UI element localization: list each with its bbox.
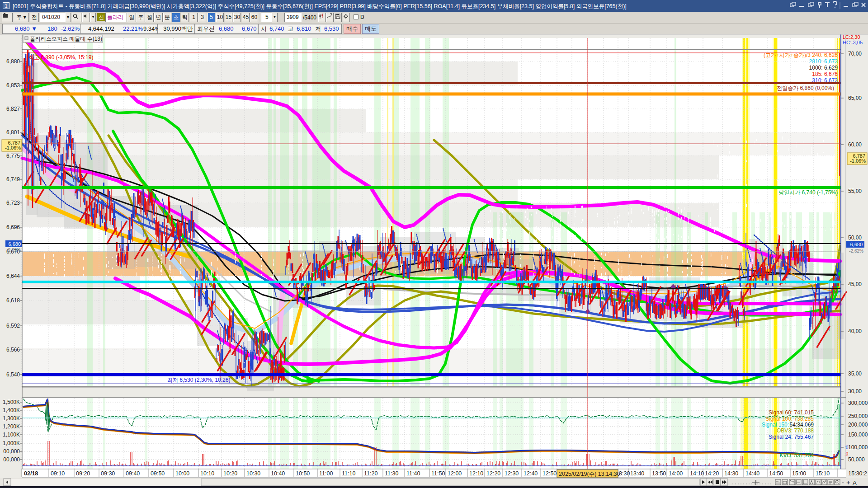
svg-text:6,680: 6,680 [850,242,863,247]
svg-text:-2,62%: -2,62% [849,249,863,253]
svg-text:185: 6,676: 185: 6,676 [812,71,838,77]
svg-text:11:10: 11:10 [342,470,355,477]
svg-text:50,00: 50,00 [848,235,862,241]
svg-text:1,200K: 1,200K [3,423,20,430]
svg-text:14:10: 14:10 [690,470,704,477]
svg-text:150,000: 150,000 [848,432,868,438]
svg-text:최고 6,890 (-3,05%, 15:19): 최고 6,890 (-3,05%, 15:19) [28,54,93,61]
svg-text:6,801: 6,801 [6,129,20,136]
svg-text:02/18: 02/18 [24,470,38,477]
svg-text:10:00: 10:00 [175,470,189,477]
svg-text:-1,06%: -1,06% [5,145,21,150]
svg-text:10:50: 10:50 [296,470,310,477]
svg-text:11:30: 11:30 [385,470,398,477]
svg-text:30,00: 30,00 [848,388,862,394]
svg-text:+: + [846,479,850,486]
svg-text:50,000: 50,000 [848,456,865,463]
svg-text:3:30: 3:30 [619,470,630,477]
svg-text:6,723: 6,723 [6,200,20,206]
svg-text:310: 6,673: 310: 6,673 [812,77,838,84]
svg-text:10:40: 10:40 [271,470,285,477]
svg-text:Signal 100: 738,285: Signal 100: 738,285 [765,416,814,422]
svg-text:12:00: 12:00 [448,470,462,477]
svg-text:LC:2,30: LC:2,30 [843,34,860,40]
svg-text:6,592: 6,592 [6,323,20,329]
svg-text:13:40: 13:40 [630,470,644,477]
svg-text:12:40: 12:40 [524,470,538,477]
svg-text:-: - [842,479,844,486]
svg-text:Signal 60: 741,015: Signal 60: 741,015 [769,409,814,416]
svg-text:40,00: 40,00 [848,328,862,334]
svg-text:12:30: 12:30 [505,470,519,477]
svg-text:00,000: 00,000 [3,456,20,463]
svg-text:14:50: 14:50 [769,470,783,477]
svg-text:15:00: 15:00 [792,470,806,477]
svg-text:OBV3: 770,188: OBV3: 770,188 [777,427,814,434]
svg-text:09:10: 09:10 [51,470,65,477]
svg-text:당일시가 6,740 (-1,75%): 당일시가 6,740 (-1,75%) [778,189,838,196]
svg-text:65,00: 65,00 [848,95,862,101]
svg-text:10:30: 10:30 [246,470,260,477]
svg-text:54:34,069: 54:34,069 [790,422,814,428]
svg-text:1,100K: 1,100K [3,432,20,438]
svg-text:A: A [853,479,857,486]
svg-text:6,644: 6,644 [6,273,20,279]
svg-text:2025/02/19(수) 13:14:30: 2025/02/19(수) 13:14:30 [559,471,620,477]
svg-text:13:50: 13:50 [652,470,666,477]
svg-text:6,749: 6,749 [6,176,20,183]
svg-text:6,566: 6,566 [6,347,20,353]
svg-text:10:10: 10:10 [200,470,214,477]
svg-text:6,880: 6,880 [6,58,20,65]
svg-text:6,540: 6,540 [6,371,20,378]
svg-text:6,827: 6,827 [6,106,20,112]
svg-text:11:40: 11:40 [406,470,420,477]
svg-text:2810: 6,673: 2810: 6,673 [809,58,838,65]
svg-text:6,680: 6,680 [8,241,21,247]
svg-text:35,00: 35,00 [848,371,862,377]
svg-text:HC:-3,05: HC:-3,05 [843,40,863,45]
svg-text:09:30: 09:30 [101,470,115,477]
svg-text:300,000: 300,000 [848,400,868,406]
svg-text:6,696: 6,696 [6,224,20,230]
svg-text::0: :0 [844,445,849,450]
svg-text:폴라리스오피스 매물대 수(13): 폴라리스오피스 매물대 수(13) [30,36,102,42]
svg-text:14:20: 14:20 [705,470,719,477]
svg-text:00,000: 00,000 [3,448,20,455]
svg-text:최저 6,530 (2,30%, 10:26): 최저 6,530 (2,30%, 10:26) [167,377,230,383]
svg-text:09:50: 09:50 [151,470,165,477]
svg-text::0: :0 [844,451,849,456]
svg-text:(고가+시가+종가)/3 240: 6,626: (고가+시가+종가)/3 240: 6,626 [764,52,838,58]
svg-text:60,00: 60,00 [848,141,862,148]
svg-text:KVO: 531,754: KVO: 531,754 [780,452,814,459]
svg-text:12:10: 12:10 [469,470,483,477]
svg-text:100,000: 100,000 [848,444,868,450]
svg-text:70,00: 70,00 [848,51,862,57]
svg-text:14:40: 14:40 [745,470,760,477]
svg-text:45,00: 45,00 [848,281,862,287]
svg-text:6,775: 6,775 [6,153,20,159]
svg-text:Signal 150:: Signal 150: [762,422,789,428]
svg-text:15:30:2: 15:30:2 [848,470,867,477]
svg-text:11:50: 11:50 [431,470,445,477]
svg-text:200,000: 200,000 [848,422,868,428]
svg-text:1,000K: 1,000K [3,440,20,446]
svg-text:09:40: 09:40 [126,470,140,477]
svg-text:1,400K: 1,400K [3,407,20,413]
svg-text:09:20: 09:20 [76,470,90,477]
svg-text:-1,06%: -1,06% [850,158,866,164]
svg-text:55,00: 55,00 [848,188,862,194]
svg-text:12:50: 12:50 [542,470,557,477]
svg-text:14:00: 14:00 [669,470,683,477]
svg-text:1000: 6,629: 1000: 6,629 [809,65,838,71]
svg-text:12:20: 12:20 [486,470,500,477]
svg-text:14:30: 14:30 [724,470,738,477]
svg-text:전일종가 6,860 (0,00%): 전일종가 6,860 (0,00%) [777,85,834,91]
svg-text:250,000: 250,000 [848,413,868,419]
svg-text:6,853: 6,853 [6,82,20,89]
svg-text:11:00: 11:00 [319,470,333,477]
svg-text:6,618: 6,618 [6,297,20,304]
svg-text:-2,62%: -2,62% [6,248,21,253]
svg-text:1,300K: 1,300K [3,415,20,422]
svg-text:15:10: 15:10 [816,470,830,477]
svg-text:Signal 24: 755,467: Signal 24: 755,467 [769,434,814,440]
